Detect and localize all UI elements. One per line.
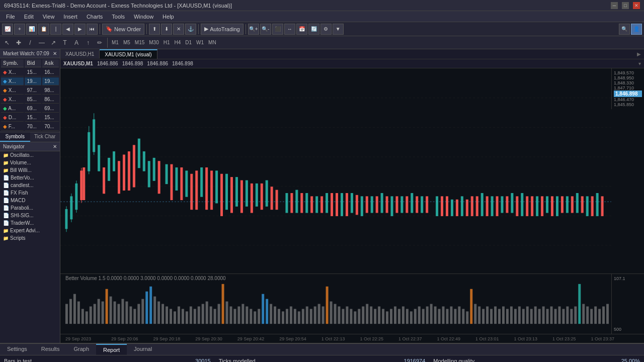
- svg-rect-245: [574, 306, 577, 324]
- mw-row-4[interactable]: ◆ X... 85... 86...: [1, 96, 59, 104]
- bars-in-test-value: 30015: [175, 356, 215, 362]
- nav-candlestick[interactable]: 📄 candlest...: [0, 182, 60, 189]
- market-watch-close-icon[interactable]: ✕: [53, 51, 57, 56]
- period-btn[interactable]: 📅: [296, 24, 307, 35]
- tf-d1[interactable]: D1: [184, 40, 193, 45]
- time-label-10: 1 Oct 22:49: [437, 336, 460, 341]
- tab-xauusd-h1[interactable]: XAUUSD,H1: [60, 50, 100, 58]
- buy-btn[interactable]: ⬆: [149, 24, 160, 35]
- menu-view[interactable]: View: [39, 13, 59, 21]
- close-button[interactable]: ✕: [633, 2, 640, 9]
- menu-charts[interactable]: Charts: [83, 13, 107, 21]
- svg-rect-43: [181, 168, 183, 200]
- tab-journal[interactable]: Journal: [127, 344, 159, 355]
- draw-tool[interactable]: ✏: [95, 38, 105, 48]
- sell-btn[interactable]: ⬇: [161, 24, 172, 35]
- tf-m5[interactable]: M5: [122, 40, 132, 45]
- maximize-button[interactable]: □: [622, 2, 629, 9]
- tf-h1[interactable]: H1: [162, 40, 172, 45]
- new-chart-btn[interactable]: 📈: [2, 24, 13, 35]
- chart-tab-arrow[interactable]: ▶: [634, 50, 644, 58]
- fwd-btn[interactable]: ▶: [74, 24, 86, 35]
- start-btn[interactable]: ⏮: [87, 24, 98, 35]
- tf-m15[interactable]: M15: [133, 40, 146, 45]
- tf-mn[interactable]: MN: [207, 40, 218, 45]
- tf-m30[interactable]: M30: [147, 40, 160, 45]
- period-sep-tool[interactable]: A: [71, 38, 82, 48]
- tab-tick-chart[interactable]: Tick Char: [30, 132, 60, 142]
- nav-traderw-label: TraderW...: [11, 220, 34, 226]
- menu-edit[interactable]: Edit: [20, 13, 38, 21]
- hline-tool[interactable]: —: [37, 38, 47, 48]
- account-btn[interactable]: 👤: [631, 24, 642, 35]
- tf-h4[interactable]: H4: [173, 40, 183, 45]
- zoom-out-btn[interactable]: 🔍-: [260, 24, 271, 35]
- trailing-stop-btn[interactable]: ⚓: [185, 24, 196, 35]
- autotrading-btn[interactable]: ▶ AutoTrading: [201, 24, 244, 35]
- close-all-btn[interactable]: ✕: [173, 24, 184, 35]
- nav-scripts[interactable]: 📁 Scripts: [0, 234, 60, 242]
- svg-rect-248: [586, 306, 589, 324]
- navigator-close-icon[interactable]: ✕: [53, 144, 57, 149]
- line-tool[interactable]: /: [25, 38, 35, 48]
- mw-row-2[interactable]: ◆ X... 19... 19...: [1, 77, 59, 85]
- chart-scroll-icon[interactable]: ▾: [638, 61, 641, 66]
- nav-trader-w[interactable]: 📄 TraderW...: [0, 219, 60, 227]
- nav-volume[interactable]: 📁 Volume...: [0, 159, 60, 166]
- minimize-button[interactable]: ─: [611, 2, 618, 9]
- tab-graph[interactable]: Graph: [66, 344, 96, 355]
- nav-better-volume[interactable]: 📄 BetterVo...: [0, 174, 60, 182]
- mw-row-3[interactable]: ◆ X... 97... 98...: [1, 86, 59, 95]
- volume-chart[interactable]: Better Volume 1.5 0.0000 0.0000 3.0000 0…: [60, 274, 644, 334]
- scroll-btn[interactable]: ↔: [284, 24, 295, 35]
- text-tool[interactable]: T: [60, 38, 70, 48]
- settings-gear-btn[interactable]: ⚙: [320, 24, 332, 35]
- refresh-btn[interactable]: 🔄: [308, 24, 319, 35]
- trendline-tool[interactable]: ↗: [48, 38, 58, 48]
- dropdown-btn[interactable]: ▼: [333, 24, 344, 35]
- menu-window[interactable]: Window: [130, 13, 157, 21]
- svg-rect-147: [182, 309, 184, 324]
- fit-btn[interactable]: ⬛: [272, 24, 283, 35]
- menu-file[interactable]: File: [2, 13, 19, 21]
- nav-bill-williams[interactable]: 📁 Bill Willi...: [0, 166, 60, 174]
- cursor-tool[interactable]: ↖: [2, 38, 12, 48]
- tf-m1[interactable]: M1: [110, 40, 120, 45]
- menu-tools[interactable]: Tools: [108, 13, 129, 21]
- new-order-btn[interactable]: 🔖 New Order: [102, 24, 144, 35]
- svg-rect-220: [474, 304, 476, 324]
- mw-row-7[interactable]: ◆ F... 70... 70...: [1, 123, 59, 131]
- svg-rect-252: [602, 306, 605, 324]
- market-watch-table: Symb. Bid Ask ◆ X... 15... 16... ◆ X... …: [0, 58, 60, 132]
- zoom-in2-btn[interactable]: 🔍+: [248, 24, 259, 35]
- tf-w1[interactable]: W1: [195, 40, 205, 45]
- menu-insert[interactable]: Insert: [59, 13, 82, 21]
- mw-row-6[interactable]: ◆ D... 15... 15...: [1, 114, 59, 122]
- menu-help[interactable]: Help: [158, 13, 178, 21]
- mw-row-1[interactable]: ◆ X... 15... 16...: [1, 68, 59, 76]
- nav-macd[interactable]: 📄 MACD: [0, 197, 60, 204]
- main-chart[interactable]: [60, 68, 611, 274]
- svg-rect-70: [451, 200, 453, 216]
- template-btn[interactable]: 📋: [38, 24, 49, 35]
- svg-rect-196: [378, 306, 380, 324]
- nav-shi-sig[interactable]: 📄 SHI-SIG...: [0, 212, 60, 219]
- mw-row-5[interactable]: ◆ A... 69... 69...: [1, 105, 59, 113]
- svg-rect-87: [321, 197, 323, 213]
- tab-report[interactable]: Report: [96, 344, 127, 355]
- tab-results[interactable]: Results: [34, 344, 67, 355]
- tab-xauusd-m1-visual[interactable]: XAUUSD,M1 (visual): [100, 49, 157, 59]
- zoom-in-btn[interactable]: +: [14, 24, 25, 35]
- nav-expert-advisors[interactable]: 📁 Expert Advi...: [0, 227, 60, 234]
- crosshair-tool[interactable]: ✚: [14, 38, 24, 48]
- tab-settings[interactable]: Settings: [0, 344, 34, 355]
- tab-symbols[interactable]: Symbols: [0, 132, 30, 142]
- nav-oscillators[interactable]: 📁 Oscillato...: [0, 151, 60, 159]
- back-btn[interactable]: ◀: [62, 24, 73, 35]
- nav-parabolic[interactable]: 📄 Paraboli...: [0, 204, 60, 212]
- indicator-btn[interactable]: 📊: [26, 24, 37, 35]
- nav-fx-fish[interactable]: 📄 FX Fish: [0, 189, 60, 197]
- search-btn[interactable]: 🔍: [619, 24, 630, 35]
- period-sep-btn[interactable]: |: [50, 24, 61, 35]
- arrow-tool[interactable]: ↑: [83, 38, 93, 48]
